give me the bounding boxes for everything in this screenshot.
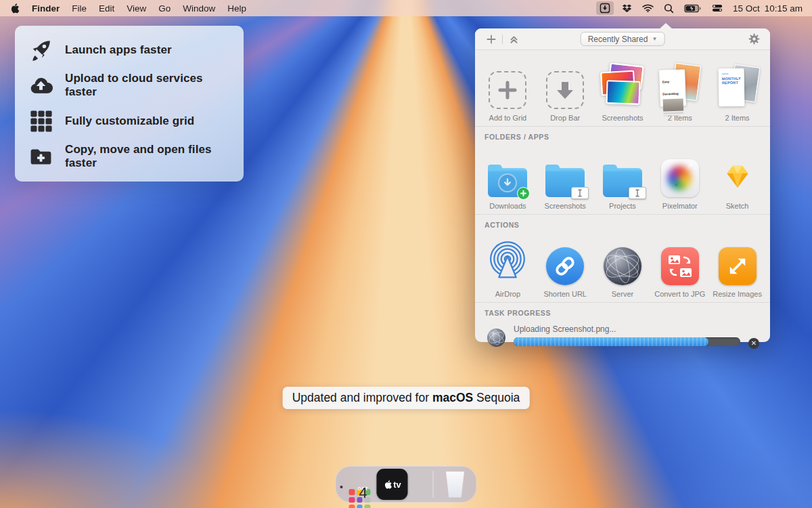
drop-target-add-to-grid[interactable]: Add to Grid [479, 56, 537, 122]
dock-apple-tv[interactable]: tv [377, 469, 408, 500]
action-shorten-url[interactable]: Shorten URL [537, 232, 594, 298]
promo-label: Launch apps faster [65, 43, 172, 57]
promo-item-copy: Copy, move and open files faster [28, 143, 230, 170]
actions-row: AirDrop Shorten URL Server Convert to JP… [475, 229, 770, 302]
sketch-icon [719, 159, 757, 197]
promo-label: Fully customizable grid [65, 114, 194, 128]
menubar-clock[interactable]: 15 Oct 10:15 am [733, 3, 803, 14]
recently-shared-dropdown[interactable]: Recently Shared ▼ [581, 32, 665, 46]
action-airdrop[interactable]: AirDrop [479, 232, 537, 298]
folder-screenshots[interactable]: Screenshots [537, 144, 594, 210]
menubar-time: 10:15 am [765, 3, 803, 14]
promo-item-grid: Fully customizable grid [28, 108, 230, 133]
folders-apps-row: Downloads Screenshots Projects [475, 141, 770, 214]
document-stack-icon: MONTHLY REPORT [713, 64, 762, 109]
drop-target-label: 2 Items [725, 114, 750, 122]
magazine-title: Easy Decorating [662, 80, 678, 96]
section-title-actions: ACTIONS [475, 215, 770, 229]
chevron-down-icon: ▼ [652, 36, 657, 42]
battery-charging-icon[interactable] [684, 4, 702, 13]
app-pixelmator[interactable]: Pixelmator [651, 144, 708, 210]
menu-window[interactable]: Window [183, 3, 215, 14]
progress-bar-fill [514, 337, 708, 346]
airdrop-icon [487, 240, 528, 285]
magazine-photo [662, 98, 683, 111]
task-globe-icon [487, 329, 505, 347]
cancel-task-button[interactable]: ✕ [748, 338, 759, 349]
item-label: Projects [609, 202, 636, 210]
apple-menu-icon[interactable] [9, 3, 20, 14]
running-indicator [340, 486, 343, 488]
download-arrow-icon [498, 173, 517, 192]
section-title-folders-apps: FOLDERS / APPS [475, 127, 770, 141]
tv-label: tv [393, 480, 401, 490]
folder-rename-icon [545, 168, 585, 197]
folder-plus-icon [28, 144, 53, 169]
menu-view[interactable]: View [127, 3, 146, 14]
collapse-button[interactable] [505, 32, 522, 47]
dock-trash[interactable] [440, 469, 471, 500]
screenshot-stack-icon [598, 64, 647, 109]
control-center-icon[interactable] [712, 4, 723, 12]
add-button[interactable] [483, 32, 499, 47]
item-label: Resize Images [713, 290, 762, 298]
item-label: Server [612, 290, 633, 298]
apple-tv-icon: tv [377, 469, 408, 500]
menu-help[interactable]: Help [227, 3, 246, 14]
item-label: Pixelmator [662, 202, 698, 210]
dropdown-label: Recently Shared [588, 35, 648, 44]
section-title-task-progress: TASK PROGRESS [475, 303, 770, 317]
item-label: Screenshots [545, 202, 586, 210]
link-icon [546, 247, 584, 285]
folder-downloads[interactable]: Downloads [479, 144, 537, 210]
resize-icon [719, 247, 757, 285]
convert-jpg-icon [661, 247, 699, 285]
wifi-icon[interactable] [642, 3, 654, 13]
menu-file[interactable]: File [72, 3, 87, 14]
folder-download-icon [488, 168, 527, 197]
dropzone-menubar-icon[interactable] [596, 1, 614, 15]
add-dashed-icon [489, 71, 526, 109]
promo-item-upload: Upload to cloud services faster [28, 72, 230, 99]
progress-bar [514, 337, 740, 346]
caption-text: Updated and improved for [292, 391, 432, 404]
header-divider [502, 35, 503, 44]
app-sketch[interactable]: Sketch [708, 144, 766, 210]
document-stack-icon: Easy Decorating [656, 64, 704, 109]
action-convert-jpg[interactable]: Convert to JPG [651, 232, 708, 298]
feature-callout-panel: Launch apps faster Upload to cloud servi… [15, 26, 244, 182]
menu-edit[interactable]: Edit [99, 3, 114, 14]
promo-label: Upload to cloud services faster [65, 72, 230, 99]
drop-target-drop-bar[interactable]: Drop Bar [537, 56, 594, 122]
item-label: Sketch [726, 202, 749, 210]
menu-go[interactable]: Go [158, 3, 171, 14]
dropbox-menubar-icon[interactable] [622, 3, 632, 14]
promo-item-launch: Launch apps faster [28, 37, 230, 62]
item-label: Convert to JPG [654, 290, 705, 298]
caption-text: Sequoia [473, 391, 520, 404]
drop-targets-row: Add to Grid Drop Bar Screenshots Easy De… [475, 50, 770, 126]
folder-projects[interactable]: Projects [594, 144, 652, 210]
spotlight-search-icon[interactable] [664, 3, 674, 14]
promo-label: Copy, move and open files faster [65, 143, 230, 170]
item-label: AirDrop [495, 290, 520, 298]
drop-target-items-1[interactable]: Easy Decorating 2 Items [651, 56, 708, 122]
action-resize-images[interactable]: Resize Images [708, 232, 766, 298]
grid-icon [28, 108, 53, 133]
dock-separator [433, 471, 434, 498]
menu-app-name[interactable]: Finder [32, 3, 60, 14]
action-server[interactable]: Server [594, 232, 652, 298]
caption-banner: Updated and improved for macOS Sequoia [283, 387, 530, 409]
report-title: MONTHLY REPORT [721, 77, 740, 85]
gear-icon[interactable] [746, 32, 762, 47]
drop-target-screenshots[interactable]: Screenshots [594, 56, 652, 122]
task-label: Uploading Screenshot.png... [514, 324, 740, 334]
task-row: Uploading Screenshot.png... ✕ [475, 317, 770, 349]
plus-badge-icon [517, 187, 530, 200]
globe-icon [604, 247, 641, 285]
desktop: Finder File Edit View Go Window Help [0, 0, 812, 508]
arrow-down-dashed-icon [546, 71, 584, 109]
dropzone-panel: Recently Shared ▼ Add to Grid Drop Bar [475, 28, 770, 342]
ibeam-cursor-icon [629, 187, 646, 199]
drop-target-items-2[interactable]: MONTHLY REPORT 2 Items [708, 56, 766, 122]
